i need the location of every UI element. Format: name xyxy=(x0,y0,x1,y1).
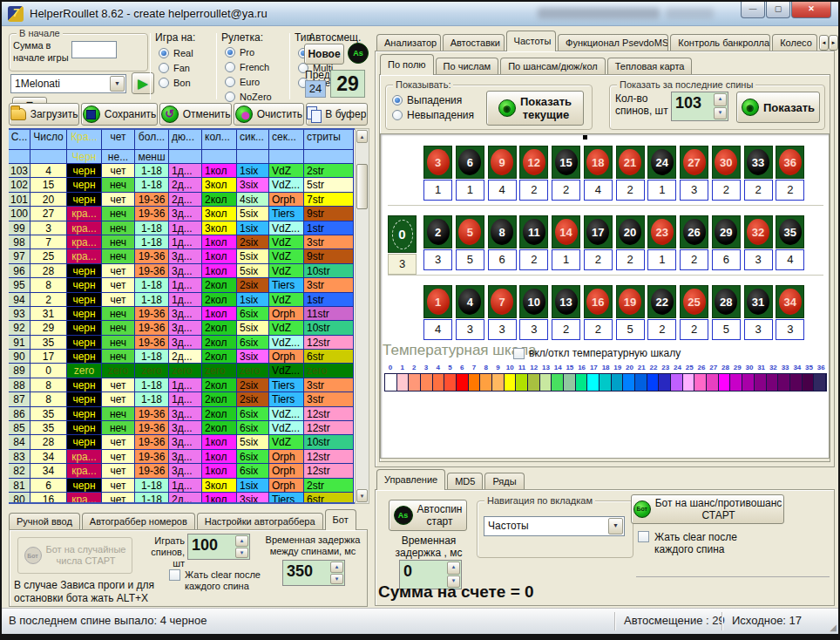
board-zero-cell[interactable]: 0 xyxy=(388,215,417,253)
tab-По числам[interactable]: По числам xyxy=(436,58,499,75)
table-cell[interactable]: Tiers xyxy=(269,278,304,292)
history-table[interactable]: С...ЧислоКра...четбол...дю...кол...сик..… xyxy=(9,128,355,504)
table-cell[interactable]: чет xyxy=(102,479,135,493)
table-cell[interactable]: 12str xyxy=(304,464,354,478)
table-cell[interactable]: 1д... xyxy=(169,235,202,249)
table-cell[interactable]: 98 xyxy=(9,235,30,249)
table-cell[interactable]: 6str xyxy=(304,350,354,364)
table-cell[interactable]: 1six xyxy=(237,293,269,307)
table-cell[interactable]: zero xyxy=(102,364,135,378)
table-cell[interactable]: 2six xyxy=(237,378,269,392)
table-cell[interactable]: чет xyxy=(102,193,135,207)
toolbar-button-folder-open[interactable]: Загрузить xyxy=(9,103,79,126)
radio-icon[interactable] xyxy=(159,48,169,58)
table-cell[interactable]: 19-36 xyxy=(135,336,169,350)
board-number-cell[interactable]: 35 xyxy=(776,215,804,249)
table-cell[interactable]: 2д... xyxy=(169,350,202,364)
radio-option-Выпадения[interactable]: Выпадения xyxy=(392,92,474,107)
stepper-down-icon[interactable]: ▼ xyxy=(714,107,727,120)
table-cell[interactable]: 1д... xyxy=(169,278,202,292)
table-cell[interactable]: 3кол xyxy=(202,178,237,192)
checkbox-icon[interactable] xyxy=(513,348,525,359)
chevron-down-icon[interactable]: ▼ xyxy=(110,76,125,92)
table-cell[interactable]: 3д... xyxy=(169,249,202,263)
tab-Ряды[interactable]: Ряды xyxy=(484,473,524,490)
table-cell[interactable]: 2кол xyxy=(202,407,237,421)
board-count-cell[interactable]: 3 xyxy=(680,180,708,201)
table-cell[interactable]: неч xyxy=(102,249,135,263)
table-cell[interactable]: не... xyxy=(102,150,135,164)
delay-stepper[interactable]: 350 ▲▼ xyxy=(282,560,345,586)
table-cell[interactable] xyxy=(202,150,237,164)
table-cell[interactable]: кра... xyxy=(67,450,102,464)
table-cell[interactable]: черн xyxy=(67,350,102,364)
table-cell[interactable]: 17 xyxy=(30,350,67,364)
table-cell[interactable]: 31 xyxy=(30,307,67,321)
table-cell[interactable]: 2six xyxy=(237,392,269,406)
table-cell[interactable]: 1кол xyxy=(202,264,237,278)
board-number-cell[interactable]: 18 xyxy=(584,146,613,179)
board-number-cell[interactable]: 11 xyxy=(519,215,548,249)
table-cell[interactable]: 16 xyxy=(30,493,67,504)
table-cell[interactable]: 1-18 xyxy=(135,293,169,307)
table-cell[interactable]: 1кол xyxy=(202,435,237,449)
spins-stepper[interactable]: 100 ▲▼ xyxy=(187,534,250,560)
board-count-cell[interactable]: 2 xyxy=(552,319,580,340)
table-cell[interactable]: чет xyxy=(102,464,135,478)
table-cell[interactable]: VdZ xyxy=(269,249,304,263)
table-cell[interactable]: Число xyxy=(30,130,67,150)
table-cell[interactable]: 1six xyxy=(237,479,269,493)
table-cell[interactable]: 93 xyxy=(9,307,30,321)
board-number-cell[interactable]: 10 xyxy=(519,285,548,318)
table-cell[interactable]: 0 xyxy=(30,364,67,378)
table-cell[interactable]: 1д... xyxy=(169,378,202,392)
table-cell[interactable]: 5six xyxy=(237,249,269,263)
board-number-cell[interactable]: 8 xyxy=(488,215,517,249)
table-cell[interactable]: неч xyxy=(102,336,135,350)
table-cell[interactable]: 83 xyxy=(9,450,30,464)
bot-random-start-button[interactable]: Бот Бот на случайные числа СТАРТ xyxy=(17,537,132,574)
board-count-cell[interactable]: 2 xyxy=(647,319,676,340)
table-cell[interactable]: черн xyxy=(67,407,102,421)
table-cell[interactable] xyxy=(269,150,304,164)
board-number-cell[interactable]: 15 xyxy=(552,146,580,179)
table-cell[interactable]: 2кол xyxy=(202,392,237,406)
table-cell[interactable]: Tiers xyxy=(269,378,304,392)
table-cell[interactable]: чет xyxy=(102,264,135,278)
board-count-cell[interactable]: 6 xyxy=(488,249,517,270)
toolbar-button-clear[interactable]: Очистить xyxy=(234,103,304,126)
table-cell[interactable]: 94 xyxy=(9,293,30,307)
board-number-cell[interactable]: 21 xyxy=(616,146,645,179)
table-cell[interactable]: 92 xyxy=(9,321,30,335)
start-sum-input[interactable] xyxy=(71,41,117,58)
table-cell[interactable]: VdZ... xyxy=(269,336,304,350)
new-autoshift-button[interactable]: Новое xyxy=(304,44,344,65)
board-number-cell[interactable]: 3 xyxy=(423,146,452,179)
table-cell[interactable]: черн xyxy=(67,264,102,278)
radio-option-Fan[interactable]: Fan xyxy=(159,60,193,75)
table-cell[interactable]: zero xyxy=(135,364,169,378)
board-count-cell[interactable]: 2 xyxy=(616,180,645,201)
radio-icon[interactable] xyxy=(225,62,235,72)
radio-icon[interactable] xyxy=(159,63,169,73)
table-cell[interactable]: 8 xyxy=(30,278,67,292)
table-cell[interactable]: VdZ xyxy=(269,293,304,307)
board-number-cell[interactable]: 9 xyxy=(488,146,517,179)
radio-icon[interactable] xyxy=(159,78,169,88)
close-button[interactable]: ✕ xyxy=(791,2,831,18)
table-cell[interactable]: неч xyxy=(102,350,135,364)
board-zero-count[interactable]: 3 xyxy=(388,254,417,275)
table-cell[interactable]: Orph xyxy=(269,193,304,207)
scroll-up-icon[interactable]: ▲ xyxy=(356,130,368,143)
table-cell[interactable]: кра... xyxy=(67,235,102,249)
table-cell[interactable]: неч xyxy=(102,221,135,235)
table-cell[interactable] xyxy=(237,150,269,164)
table-cell[interactable]: VdZ... xyxy=(269,221,304,235)
table-cell[interactable]: чет xyxy=(102,392,135,406)
board-number-cell[interactable]: 1 xyxy=(423,285,452,318)
board-count-cell[interactable]: 3 xyxy=(744,249,773,270)
table-cell[interactable]: 1-18 xyxy=(135,493,169,504)
table-cell[interactable]: 2six xyxy=(237,278,269,292)
table-cell[interactable]: черн xyxy=(67,193,102,207)
table-cell[interactable]: черн xyxy=(67,421,102,435)
